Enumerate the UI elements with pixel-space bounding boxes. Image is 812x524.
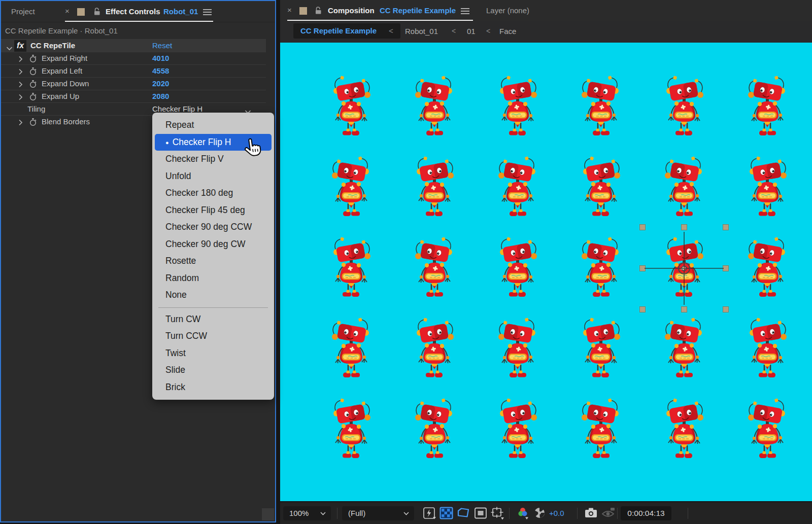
robot-tile <box>582 237 619 297</box>
anchor-crosshair[interactable] <box>645 232 724 305</box>
composition-viewport[interactable] <box>280 43 812 501</box>
param-value[interactable]: 2020 <box>152 79 169 88</box>
expand-chevron-icon[interactable] <box>18 68 23 77</box>
stopwatch-icon[interactable] <box>29 118 37 128</box>
fast-previews-icon[interactable] <box>423 507 437 522</box>
panel-resize-grip[interactable] <box>262 508 274 520</box>
exposure-value[interactable]: +0.0 <box>549 509 564 517</box>
param-row-expand-left: Expand Left4558 <box>1 64 266 77</box>
selection-handle[interactable] <box>640 225 646 230</box>
param-value[interactable]: 4010 <box>152 54 169 62</box>
robot-tile <box>415 398 452 458</box>
menu-item-random[interactable]: Random <box>152 270 274 287</box>
hand-cursor-icon <box>243 137 262 162</box>
param-row-expand-right: Expand Right4010 <box>1 52 266 64</box>
close-icon[interactable]: × <box>287 6 292 14</box>
menu-item-checker-flip-45-deg[interactable]: Checker Flip 45 deg <box>152 202 274 219</box>
toolbar-separator <box>337 508 337 519</box>
selection-handle[interactable] <box>723 307 729 312</box>
close-icon[interactable]: × <box>65 7 70 15</box>
snapshot-camera-icon[interactable] <box>584 507 598 521</box>
menu-item-twist[interactable]: Twist <box>152 345 274 362</box>
expand-chevron-icon[interactable] <box>18 55 23 64</box>
after-effects-workspace: Project × Effect Controls Robot_01 CC Re… <box>0 0 812 524</box>
robot-tile-grid <box>280 43 812 501</box>
panel-group-swatch[interactable] <box>299 7 307 15</box>
robot-tile <box>332 318 369 377</box>
selection-handle[interactable] <box>723 225 729 230</box>
grid-and-guides-icon[interactable] <box>490 507 505 522</box>
panel-group-swatch[interactable] <box>77 8 85 16</box>
param-row-expand-down: Expand Down2020 <box>1 77 266 90</box>
layer-selection-overlay[interactable] <box>640 225 729 312</box>
exposure-shutter-icon[interactable] <box>533 507 546 521</box>
robot-tile <box>500 76 537 135</box>
effect-header-row[interactable]: fxCC RepeTileReset <box>1 39 266 52</box>
menu-item-turn-ccw[interactable]: Turn CCW <box>152 328 274 345</box>
active-tab-underline <box>65 21 213 22</box>
menu-item-turn-cw[interactable]: Turn CW <box>152 311 274 328</box>
robot-tile <box>333 76 370 135</box>
selection-handle[interactable] <box>640 307 646 312</box>
robot-tile <box>417 156 454 216</box>
unlock-icon[interactable] <box>315 6 322 17</box>
tab-project[interactable]: Project <box>11 7 35 16</box>
param-value[interactable]: 2080 <box>152 92 169 100</box>
mask-visibility-icon[interactable] <box>456 507 471 521</box>
composition-breadcrumb: CC Repetile Example<Robot_01<01<Face <box>280 21 812 42</box>
selection-handle[interactable] <box>640 266 646 271</box>
param-label: Expand Left <box>42 66 82 75</box>
robot-tile <box>498 156 535 216</box>
resolution-dropdown[interactable]: (Full) <box>342 506 414 520</box>
menu-item-checker-90-deg-cw[interactable]: Checker 90 deg CW <box>152 236 274 253</box>
selection-handle[interactable] <box>682 225 687 230</box>
left-panel-tabbar: Project × Effect Controls Robot_01 <box>1 1 275 22</box>
show-channel-icon[interactable] <box>517 507 531 522</box>
menu-item-rosette[interactable]: Rosette <box>152 253 274 270</box>
robot-tile <box>500 237 537 297</box>
robot-tile <box>500 398 537 458</box>
stopwatch-icon[interactable] <box>29 92 37 103</box>
menu-item-repeat[interactable]: Repeat <box>152 117 274 134</box>
panel-menu-icon[interactable] <box>203 9 212 18</box>
unlock-icon[interactable] <box>93 7 101 18</box>
menu-item-checker-180-deg[interactable]: Checker 180 deg <box>152 185 274 202</box>
expand-chevron-icon[interactable] <box>18 93 23 102</box>
menu-item-none[interactable]: None <box>152 287 274 304</box>
robot-tile <box>750 318 787 377</box>
effect-controls-subtitle: CC Repetile Example · Robot_01 <box>5 26 118 35</box>
menu-item-brick[interactable]: Brick <box>152 379 274 396</box>
breadcrumb-item[interactable]: 01 <box>467 27 476 36</box>
toolbar-separator <box>577 508 578 519</box>
breadcrumb-arrow: < <box>486 27 490 35</box>
tab-effect-controls[interactable]: Effect Controls <box>106 7 160 16</box>
param-label: Expand Up <box>42 92 79 100</box>
menu-item-checker-90-deg-ccw[interactable]: Checker 90 deg CCW <box>152 219 274 236</box>
param-dropdown-value[interactable]: Checker Flip H <box>152 104 202 113</box>
show-snapshot-eye-icon[interactable] <box>601 507 616 521</box>
menu-item-unfold[interactable]: Unfold <box>152 168 274 185</box>
selection-handle[interactable] <box>682 307 687 312</box>
tab-layer[interactable]: Layer (none) <box>486 6 529 15</box>
param-label: Tiling <box>27 104 45 113</box>
expand-chevron-icon[interactable] <box>18 119 23 128</box>
stopwatch-icon[interactable] <box>29 54 37 65</box>
effect-reset-link[interactable]: Reset <box>152 41 172 50</box>
breadcrumb-active-comp[interactable]: CC Repetile Example< <box>293 23 400 39</box>
expand-chevron-icon[interactable] <box>18 81 23 90</box>
current-time-display[interactable]: 0:00:04:13 <box>621 506 671 520</box>
breadcrumb-item[interactable]: Robot_01 <box>405 27 438 36</box>
menu-item-slide[interactable]: Slide <box>152 362 274 379</box>
region-of-interest-icon[interactable] <box>474 507 487 521</box>
param-value[interactable]: 4558 <box>152 66 169 75</box>
breadcrumb-item[interactable]: Face <box>499 27 516 36</box>
tab-composition[interactable]: Composition <box>328 6 375 15</box>
selection-handle[interactable] <box>723 266 729 271</box>
comp-panel-tabbar: × Composition CC Repetile Example Layer … <box>280 0 812 21</box>
magnification-dropdown[interactable]: 100% <box>283 506 331 520</box>
panel-menu-icon[interactable] <box>461 8 469 17</box>
transparency-grid-icon[interactable] <box>439 507 453 521</box>
stopwatch-icon[interactable] <box>29 67 37 78</box>
stopwatch-icon[interactable] <box>29 80 37 90</box>
robot-tile <box>415 76 452 135</box>
